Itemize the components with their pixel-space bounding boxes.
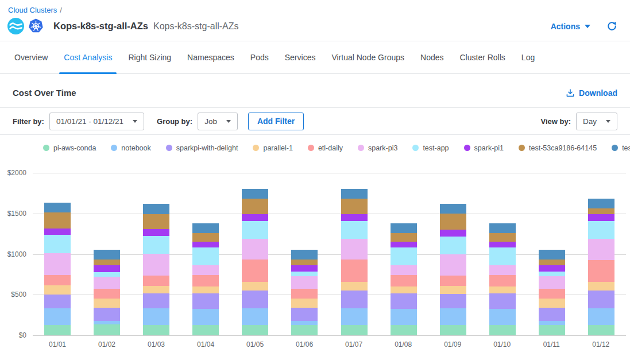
bar-segment-sparkpi-with-delight[interactable] xyxy=(192,293,219,309)
bar-segment-notebook[interactable] xyxy=(391,309,417,325)
bar-segment-parallel-1[interactable] xyxy=(192,286,219,293)
tab-overview[interactable]: Overview xyxy=(6,41,56,73)
legend-item-etl-daily[interactable]: etl-daily xyxy=(308,144,343,152)
bar-segment-notebook[interactable] xyxy=(489,309,516,325)
bar-segment-pi-aws-conda[interactable] xyxy=(291,325,318,335)
bar-segment-notebook[interactable] xyxy=(143,308,169,325)
bar-segment-parallel-1[interactable] xyxy=(143,286,169,293)
bar-segment-test-app[interactable] xyxy=(440,237,466,254)
bar-segment-test-pkix[interactable] xyxy=(192,223,219,233)
bar-segment-spark-pi3[interactable] xyxy=(588,239,614,261)
download-button[interactable]: Download xyxy=(566,88,617,98)
group-by-select[interactable]: Job xyxy=(198,113,238,130)
bar-segment-spark-pi1[interactable] xyxy=(291,265,318,272)
bar-segment-parallel-1[interactable] xyxy=(440,286,466,293)
add-filter-button[interactable]: Add Filter xyxy=(248,113,304,130)
bar-segment-test-app[interactable] xyxy=(291,272,318,277)
bar-segment-test-app[interactable] xyxy=(242,221,268,238)
bar-segment-etl-daily[interactable] xyxy=(143,276,169,286)
bar-segment-pi-aws-conda[interactable] xyxy=(391,325,417,335)
bar-segment-spark-pi3[interactable] xyxy=(44,253,71,275)
bar-segment-test-pkix[interactable] xyxy=(242,189,268,199)
bar-segment-spark-pi1[interactable] xyxy=(44,229,71,235)
bar-segment-notebook[interactable] xyxy=(588,308,614,326)
bar-segment-parallel-1[interactable] xyxy=(291,299,318,308)
bar-segment-sparkpi-with-delight[interactable] xyxy=(489,293,516,309)
bar-segment-etl-daily[interactable] xyxy=(242,260,268,282)
bar-segment-pi-aws-conda[interactable] xyxy=(489,325,516,335)
bar-segment-parallel-1[interactable] xyxy=(489,286,516,293)
tab-services[interactable]: Services xyxy=(277,41,324,73)
tab-nodes[interactable]: Nodes xyxy=(412,41,451,73)
date-range-select[interactable]: 01/01/21 - 01/12/21 xyxy=(49,113,144,130)
bar-segment-etl-daily[interactable] xyxy=(489,275,516,286)
bar-segment-test-53ca9186-64145[interactable] xyxy=(440,214,466,230)
bar-segment-parallel-1[interactable] xyxy=(94,299,120,308)
bar-segment-spark-pi1[interactable] xyxy=(588,214,614,221)
bar-segment-test-app[interactable] xyxy=(44,235,71,253)
bar-segment-test-pkix[interactable] xyxy=(539,250,565,260)
bar-segment-notebook[interactable] xyxy=(440,308,466,325)
bar-segment-etl-daily[interactable] xyxy=(440,276,466,286)
bar-segment-parallel-1[interactable] xyxy=(539,299,565,308)
view-by-select[interactable]: Day xyxy=(576,113,617,130)
bar-segment-test-app[interactable] xyxy=(539,272,565,277)
bar-segment-spark-pi3[interactable] xyxy=(143,254,169,276)
bar-segment-pi-aws-conda[interactable] xyxy=(94,324,120,335)
bar-segment-notebook[interactable] xyxy=(341,308,368,326)
bar-segment-parallel-1[interactable] xyxy=(44,285,71,295)
bar-segment-etl-daily[interactable] xyxy=(391,275,417,286)
bar-segment-spark-pi1[interactable] xyxy=(242,214,268,221)
bar-segment-sparkpi-with-delight[interactable] xyxy=(440,294,466,309)
bar-segment-test-53ca9186-64145[interactable] xyxy=(192,233,219,241)
bar-segment-notebook[interactable] xyxy=(44,308,71,324)
bar-segment-test-53ca9186-64145[interactable] xyxy=(44,212,71,229)
bar-segment-notebook[interactable] xyxy=(242,308,268,326)
refresh-button[interactable] xyxy=(606,21,617,32)
bar-segment-sparkpi-with-delight[interactable] xyxy=(44,295,71,308)
bar-segment-etl-daily[interactable] xyxy=(539,289,565,299)
bar-segment-spark-pi1[interactable] xyxy=(94,265,120,272)
bar-segment-test-53ca9186-64145[interactable] xyxy=(539,260,565,265)
legend-item-sparkpi-with-delight[interactable]: sparkpi-with-delight xyxy=(166,144,238,152)
bar-segment-spark-pi3[interactable] xyxy=(341,239,368,260)
bar-segment-spark-pi1[interactable] xyxy=(489,242,516,248)
legend-item-spark-pi1[interactable]: spark-pi1 xyxy=(464,144,504,152)
bar-segment-sparkpi-with-delight[interactable] xyxy=(391,293,417,309)
bar-segment-spark-pi1[interactable] xyxy=(341,214,368,221)
legend-item-parallel-1[interactable]: parallel-1 xyxy=(253,144,292,152)
tab-right-sizing[interactable]: Right Sizing xyxy=(120,41,179,73)
bar-segment-parallel-1[interactable] xyxy=(588,282,614,291)
bar-segment-test-53ca9186-64145[interactable] xyxy=(588,208,614,214)
bar-segment-test-app[interactable] xyxy=(192,247,219,265)
bar-segment-pi-aws-conda[interactable] xyxy=(143,325,169,335)
bar-segment-test-pkix[interactable] xyxy=(489,223,516,233)
legend-item-notebook[interactable]: notebook xyxy=(111,144,150,152)
bar-segment-test-app[interactable] xyxy=(588,221,614,238)
bar-segment-etl-daily[interactable] xyxy=(44,275,71,285)
bar-segment-test-pkix[interactable] xyxy=(94,250,120,260)
bar-segment-pi-aws-conda[interactable] xyxy=(242,325,268,335)
bar-segment-test-53ca9186-64145[interactable] xyxy=(242,199,268,214)
bar-segment-test-pkix[interactable] xyxy=(341,189,368,199)
bar-segment-test-pkix[interactable] xyxy=(588,199,614,208)
bar-segment-test-53ca9186-64145[interactable] xyxy=(143,214,169,230)
bar-segment-test-app[interactable] xyxy=(94,272,120,277)
bar-segment-sparkpi-with-delight[interactable] xyxy=(588,291,614,308)
bar-segment-sparkpi-with-delight[interactable] xyxy=(242,291,268,308)
bar-segment-parallel-1[interactable] xyxy=(391,286,417,293)
bar-segment-parallel-1[interactable] xyxy=(341,282,368,291)
bar-segment-spark-pi3[interactable] xyxy=(192,265,219,276)
legend-item-test-pkix[interactable]: test-pkix xyxy=(612,144,630,152)
bar-segment-spark-pi3[interactable] xyxy=(291,276,318,288)
bar-segment-test-53ca9186-64145[interactable] xyxy=(341,199,368,214)
bar-segment-etl-daily[interactable] xyxy=(588,260,614,282)
bar-segment-spark-pi3[interactable] xyxy=(242,239,268,260)
bar-segment-notebook[interactable] xyxy=(192,309,219,325)
breadcrumb-link-cloud-clusters[interactable]: Cloud Clusters xyxy=(8,6,57,14)
bar-segment-pi-aws-conda[interactable] xyxy=(192,325,219,335)
bar-segment-test-pkix[interactable] xyxy=(143,204,169,214)
bar-segment-test-53ca9186-64145[interactable] xyxy=(94,260,120,265)
tab-pods[interactable]: Pods xyxy=(242,41,277,73)
bar-segment-pi-aws-conda[interactable] xyxy=(539,325,565,335)
